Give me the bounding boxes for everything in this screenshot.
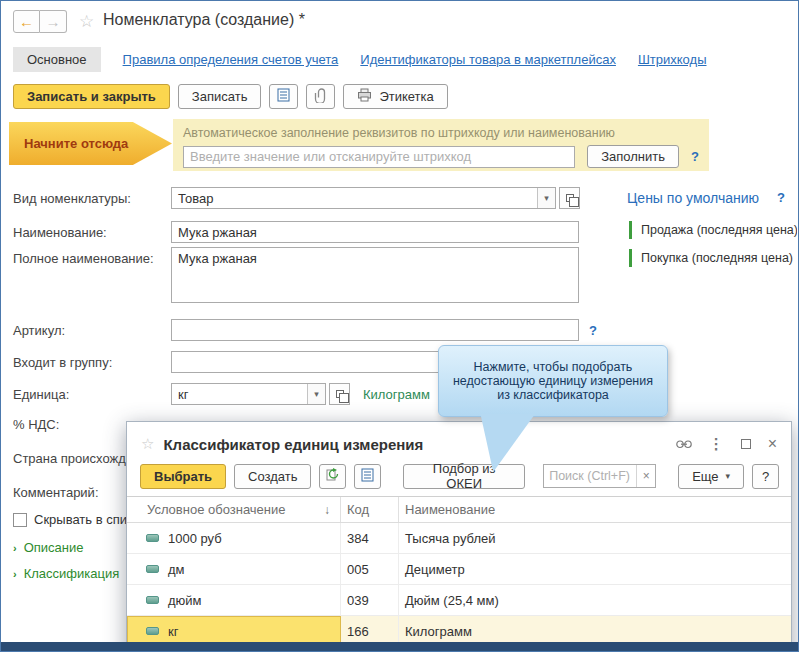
table-row[interactable]: дм 005 Дециметр	[127, 554, 791, 585]
attachments-button[interactable]	[306, 84, 335, 109]
unit-open-button[interactable]	[329, 383, 350, 405]
paperclip-icon	[314, 88, 328, 106]
copy-create-icon	[326, 468, 340, 485]
field-row-unit: Единица: кг ▾ Килограмм	[13, 383, 430, 405]
search-input[interactable]	[544, 466, 636, 486]
default-prices-link[interactable]: Цены по умолчанию	[627, 190, 759, 206]
price-item-purchase: Покупка (последняя цена)	[629, 249, 797, 267]
cell-symbol: 1000 руб	[168, 531, 222, 546]
unit-value: кг	[178, 387, 188, 402]
fullname-label: Полное наименование:	[13, 251, 171, 266]
cell-symbol: дм	[168, 562, 185, 577]
column-header-code[interactable]: Код	[341, 497, 399, 522]
article-help-icon[interactable]: ?	[589, 323, 597, 338]
field-row-article: Артикул: ?	[13, 319, 597, 341]
okei-pick-button[interactable]: Подбор из ОКЕИ	[403, 464, 525, 489]
journal-icon	[361, 468, 374, 485]
cell-symbol: кг	[168, 624, 178, 639]
barcode-input[interactable]	[183, 146, 575, 168]
app-window: ← → ☆ Номенклатура (создание) * Основное…	[0, 0, 799, 652]
column-header-name[interactable]: Наименование	[399, 497, 791, 522]
kind-open-button[interactable]	[559, 187, 580, 209]
close-icon[interactable]: ×	[768, 435, 777, 453]
help-button[interactable]: ?	[752, 464, 779, 489]
link-icon[interactable]	[676, 440, 692, 449]
name-label: Наименование:	[13, 225, 171, 240]
autofill-panel: Автоматическое заполнение реквизитов по …	[173, 119, 709, 171]
article-label: Артикул:	[13, 323, 171, 338]
units-classifier-dialog: ☆ Классификатор единиц измерения ⋮ × Выб…	[126, 421, 792, 652]
hide-checkbox[interactable]	[13, 513, 27, 527]
clear-search-icon[interactable]: ×	[636, 465, 655, 487]
kind-dropdown-button[interactable]: ▾	[537, 188, 555, 208]
save-close-button[interactable]: Записать и закрыть	[13, 84, 170, 109]
article-input[interactable]	[171, 319, 579, 341]
chevron-right-icon: ›	[13, 542, 17, 554]
table-header: Условное обозначение ↓ Код Наименование	[127, 497, 791, 523]
create-button[interactable]: Создать	[234, 464, 311, 489]
more-button-label: Еще	[692, 469, 718, 484]
create-copy-button[interactable]	[319, 464, 346, 489]
printer-icon	[357, 88, 372, 105]
label-print-button[interactable]: Этикетка	[343, 84, 447, 109]
tab-accounts[interactable]: Правила определения счетов учета	[123, 52, 339, 67]
fullname-textarea[interactable]: Мука ржаная	[171, 247, 579, 303]
field-row-name: Наименование:	[13, 221, 579, 243]
unit-item-icon	[146, 534, 159, 542]
dialog-title: Классификатор единиц измерения	[163, 436, 423, 453]
table-row[interactable]: 1000 руб 384 Тысяча рублей	[127, 523, 791, 554]
unit-combo[interactable]: кг ▾	[171, 383, 326, 405]
more-menu-icon[interactable]: ⋮	[709, 435, 724, 453]
autofill-description: Автоматическое заполнение реквизитов по …	[183, 126, 699, 140]
favorite-star-icon[interactable]: ☆	[79, 11, 94, 32]
back-icon: ←	[19, 13, 34, 30]
tab-barcodes[interactable]: Штрихкоды	[638, 52, 707, 67]
save-button[interactable]: Записать	[178, 84, 262, 109]
chevron-down-icon: ▾	[544, 193, 549, 203]
group-label: Входит в группу:	[13, 355, 171, 370]
window-bottom-bar	[1, 642, 798, 651]
open-icon	[336, 390, 344, 398]
search-box: ×	[543, 464, 656, 488]
callout-bubble: Нажмите, чтобы подобрать недостающую еди…	[438, 345, 668, 417]
nav-buttons: ← →	[13, 10, 67, 33]
forward-icon: →	[46, 13, 61, 30]
fill-button[interactable]: Заполнить	[587, 145, 679, 168]
cell-symbol: дюйм	[168, 593, 202, 608]
unit-label: Единица:	[13, 387, 171, 402]
forward-button[interactable]: →	[40, 10, 67, 33]
journal-button[interactable]	[269, 84, 298, 109]
kind-label: Вид номенклатуры:	[13, 191, 171, 206]
journal-icon	[277, 88, 290, 105]
chevron-down-icon: ▾	[314, 389, 319, 399]
maximize-icon[interactable]	[741, 439, 751, 449]
journal-button[interactable]	[354, 464, 381, 489]
dialog-favorite-star-icon[interactable]: ☆	[141, 435, 154, 453]
kind-value: Товар	[178, 191, 213, 206]
more-button[interactable]: Еще ▾	[678, 464, 744, 489]
unit-fullname: Килограмм	[363, 387, 430, 402]
open-icon	[566, 194, 574, 202]
description-link[interactable]: › Описание	[13, 540, 84, 555]
field-row-fullname: Полное наименование: Мука ржаная	[13, 247, 579, 303]
price-item-sale: Продажа (последняя цена)	[629, 221, 797, 239]
prices-help-icon[interactable]: ?	[777, 190, 785, 205]
autofill-help-icon[interactable]: ?	[691, 149, 699, 164]
description-link-label: Описание	[24, 540, 84, 555]
cell-name: Дециметр	[399, 554, 791, 584]
table-row[interactable]: дюйм 039 Дюйм (25,4 мм)	[127, 585, 791, 616]
page-title: Номенклатура (создание) *	[103, 11, 305, 29]
column-header-symbol[interactable]: Условное обозначение ↓	[127, 497, 341, 522]
units-table: Условное обозначение ↓ Код Наименование …	[127, 496, 791, 647]
select-button[interactable]: Выбрать	[140, 464, 226, 489]
unit-dropdown-button[interactable]: ▾	[307, 384, 325, 404]
field-row-kind: Вид номенклатуры: Товар ▾	[13, 187, 580, 209]
cell-code: 005	[341, 554, 399, 584]
kind-combo[interactable]: Товар ▾	[171, 187, 556, 209]
start-here-arrow: Начните отсюда	[9, 122, 172, 165]
name-input[interactable]	[171, 221, 579, 243]
classification-link[interactable]: › Классификация	[13, 566, 119, 581]
tab-main[interactable]: Основное	[13, 47, 101, 72]
tab-marketplace-ids[interactable]: Идентификаторы товара в маркетплейсах	[360, 52, 616, 67]
back-button[interactable]: ←	[13, 10, 40, 33]
